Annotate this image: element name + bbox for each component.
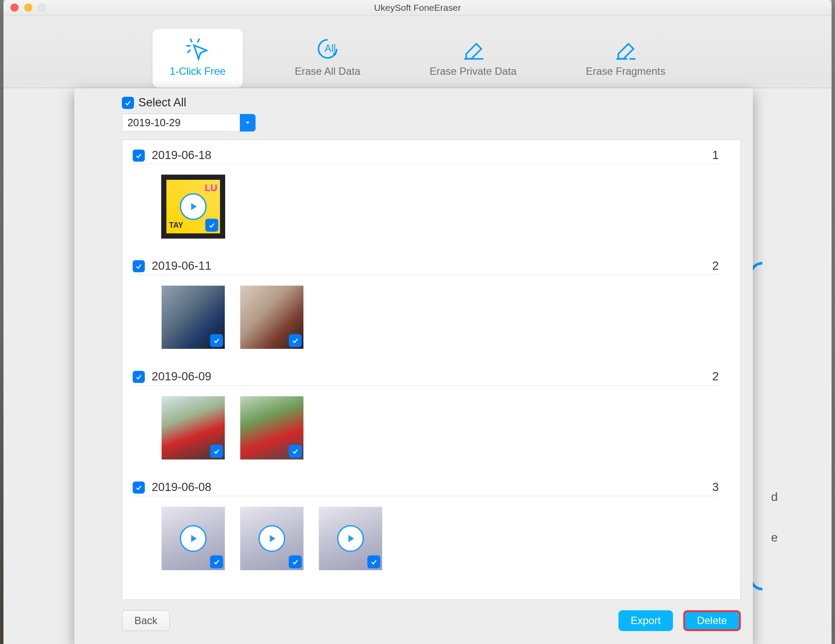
cropped-card-fragment: d e — [749, 175, 832, 644]
thumbnail-row: LUTAY — [133, 164, 719, 246]
eraser-fragments-icon — [613, 37, 637, 61]
media-thumbnail[interactable]: LUTAY — [161, 175, 225, 239]
close-window-button[interactable] — [10, 3, 19, 12]
group-date: 2019-06-18 — [152, 149, 705, 162]
group-header: 2019-06-112 — [133, 259, 719, 273]
svg-text:All: All — [325, 43, 336, 54]
minimize-window-button[interactable] — [24, 3, 32, 12]
chevron-down-icon — [240, 114, 255, 131]
play-icon — [180, 193, 207, 220]
thumbnail-checkbox[interactable] — [210, 445, 223, 458]
export-button[interactable]: Export — [618, 610, 672, 631]
cursor-click-icon — [185, 37, 210, 61]
svg-line-1 — [198, 39, 200, 42]
photo-group: 2019-06-083 — [122, 472, 729, 583]
photo-group: 2019-06-112 — [122, 251, 729, 361]
group-header: 2019-06-083 — [133, 481, 719, 494]
tab-1-click-free[interactable]: 1-Click Free — [153, 29, 243, 88]
tab-erase-fragments[interactable]: Erase Fragments — [568, 29, 682, 88]
group-count: 1 — [712, 149, 719, 162]
thumbnail-row — [133, 275, 719, 357]
thumbnail-row — [133, 496, 719, 578]
thumbnail-checkbox[interactable] — [367, 555, 380, 568]
media-thumbnail[interactable] — [240, 507, 304, 571]
media-thumbnail[interactable] — [240, 396, 304, 460]
date-filter-select[interactable]: 2019-10-29 — [122, 114, 256, 132]
select-all-row: Select All — [122, 96, 741, 109]
tab-erase-private-data[interactable]: Erase Private Data — [412, 29, 534, 88]
group-header: 2019-06-092 — [133, 370, 719, 383]
tab-label: Erase All Data — [295, 65, 360, 77]
traffic-lights — [10, 3, 46, 12]
tab-label: Erase Private Data — [430, 65, 516, 77]
play-icon — [180, 525, 207, 552]
group-checkbox[interactable] — [133, 371, 145, 383]
cropped-background-text: e — [771, 531, 778, 545]
media-thumbnail[interactable] — [319, 507, 382, 571]
app-window: UkeySoft FoneEraser 1-Click Free All Era… — [3, 0, 832, 644]
thumbnail-checkbox[interactable] — [205, 219, 218, 232]
photo-group: 2019-06-181LUTAY — [122, 140, 729, 251]
thumbnail-checkbox[interactable] — [289, 555, 302, 568]
group-count: 3 — [712, 481, 719, 494]
delete-button[interactable]: Delete — [683, 610, 741, 631]
erase-all-icon: All — [316, 37, 340, 61]
svg-line-3 — [188, 50, 191, 53]
select-all-checkbox[interactable] — [122, 97, 134, 109]
media-thumbnail[interactable] — [161, 396, 225, 460]
eraser-icon — [461, 37, 485, 61]
group-count: 2 — [712, 259, 719, 273]
window-title: UkeySoft FoneEraser — [374, 3, 461, 13]
thumbnail-checkbox[interactable] — [289, 445, 302, 458]
group-count: 2 — [712, 370, 719, 383]
date-filter-value: 2019-10-29 — [122, 117, 240, 129]
group-checkbox[interactable] — [133, 260, 145, 272]
zoom-window-button[interactable] — [38, 3, 46, 12]
tab-erase-all-data[interactable]: All Erase All Data — [277, 29, 378, 88]
back-button[interactable]: Back — [122, 610, 170, 631]
svg-line-0 — [191, 39, 192, 42]
group-checkbox[interactable] — [133, 481, 145, 494]
play-icon — [258, 525, 285, 552]
svg-point-5 — [333, 52, 336, 55]
main-panel: Select All 2019-10-29 2019-06-181LUTAY20… — [74, 88, 753, 644]
titlebar: UkeySoft FoneEraser — [3, 0, 832, 16]
photo-list[interactable]: 2019-06-181LUTAY2019-06-1122019-06-09220… — [122, 140, 741, 600]
group-date: 2019-06-09 — [152, 370, 705, 383]
media-thumbnail[interactable] — [161, 285, 225, 349]
tab-label: 1-Click Free — [170, 65, 226, 77]
cropped-background-text: d — [771, 490, 778, 504]
thumbnail-checkbox[interactable] — [289, 334, 302, 347]
thumbnail-row — [133, 386, 719, 468]
media-thumbnail[interactable] — [161, 507, 225, 571]
photo-group: 2019-06-092 — [122, 361, 729, 472]
group-header: 2019-06-181 — [133, 149, 719, 162]
action-row: Back Export Delete — [122, 600, 741, 644]
toolbar: 1-Click Free All Erase All Data Erase Pr… — [3, 16, 832, 88]
group-checkbox[interactable] — [133, 150, 145, 162]
tab-label: Erase Fragments — [586, 65, 665, 77]
group-date: 2019-06-08 — [152, 481, 705, 494]
play-icon — [337, 525, 364, 552]
thumbnail-checkbox[interactable] — [210, 555, 223, 568]
group-date: 2019-06-11 — [152, 259, 705, 273]
select-all-label: Select All — [138, 96, 186, 109]
media-thumbnail[interactable] — [240, 285, 304, 349]
thumbnail-checkbox[interactable] — [210, 334, 223, 347]
